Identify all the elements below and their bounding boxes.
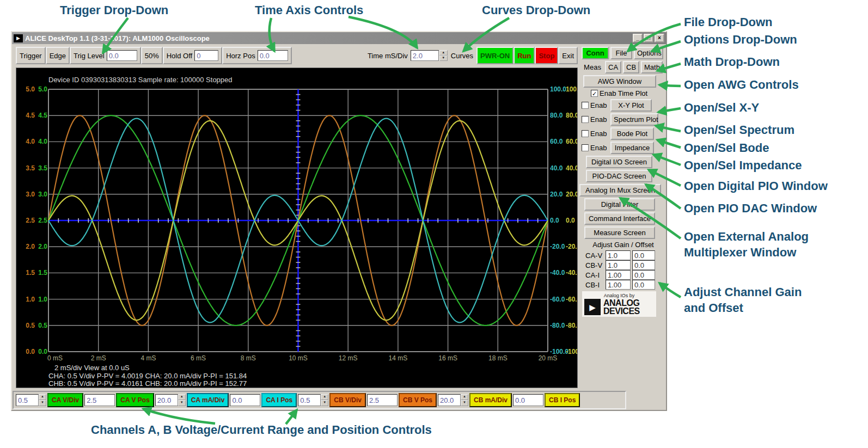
time-axis-tick: 20 mS bbox=[539, 354, 558, 362]
ca-vdiv-range-spinner[interactable]: 0.5▲▼ bbox=[16, 394, 46, 406]
annotation-open-sel-bode: Open/Sel Bode bbox=[684, 140, 769, 156]
enab-time-plot-checkbox[interactable]: ✓ bbox=[591, 90, 598, 97]
cb-v-offset-input[interactable]: 0.0 bbox=[632, 260, 655, 270]
minimize-button[interactable]: _ bbox=[633, 34, 643, 42]
analog-in-mux-screen-button[interactable]: Analog In Mux Screen bbox=[579, 184, 661, 197]
right-axis-cai-tick: 80.0 bbox=[550, 112, 563, 119]
cb-vdiv-range-spinner[interactable]: 0.5▲▼ bbox=[298, 394, 328, 406]
enab-xy-checkbox[interactable] bbox=[582, 102, 589, 109]
curves-dropdown-button[interactable]: Curves bbox=[448, 47, 476, 64]
digital-filter-button[interactable]: Digital Filter bbox=[584, 198, 655, 211]
spectrum-plot-button[interactable]: Spectrum Plot bbox=[610, 113, 658, 126]
cb-vdiv-range-arrows[interactable]: ▲▼ bbox=[321, 394, 328, 406]
cb-vdiv-range[interactable]: 0.5 bbox=[298, 394, 321, 406]
horz-pos-group: Horz Pos 0.0 bbox=[222, 47, 291, 64]
meas-button[interactable]: Meas bbox=[582, 62, 603, 72]
options-dropdown-button[interactable]: Options bbox=[634, 47, 663, 59]
ca-idiv-range-spinner[interactable]: 20.0▲▼ bbox=[155, 394, 186, 406]
right-axis-cbi-tick: 80.0 bbox=[566, 112, 577, 119]
scope-display: Device ID 03930313830313 Sample rate: 10… bbox=[16, 67, 578, 388]
gain-offset-rows: CA-V1.00.0CB-V1.00.0CA-I1.000.0CB-I1.000… bbox=[579, 250, 665, 290]
cb-ipos-button[interactable]: CB I Pos bbox=[545, 393, 580, 407]
ca-vdiv-range[interactable]: 0.5 bbox=[16, 394, 39, 406]
exit-button[interactable]: Exit bbox=[558, 47, 578, 64]
left-axis-cbv-tick: 2.5 bbox=[26, 217, 35, 224]
cb-v-gain-input[interactable]: 1.0 bbox=[606, 260, 631, 270]
awg-window-button[interactable]: AWG Window bbox=[583, 75, 656, 88]
left-axis-cbv-tick: 1.5 bbox=[26, 269, 35, 277]
time-axis-tick: 6 mS bbox=[191, 354, 206, 362]
hold-off-input[interactable]: 0 bbox=[194, 50, 218, 61]
pwr-on-button[interactable]: PWR-ON bbox=[476, 47, 514, 64]
ca-v-gain-input[interactable]: 1.0 bbox=[606, 250, 631, 260]
cb-vpos-value[interactable]: 2.5 bbox=[367, 394, 398, 406]
maximize-button[interactable]: □ bbox=[644, 34, 653, 42]
conn-button[interactable]: Conn bbox=[582, 47, 609, 59]
ca-vpos-value[interactable]: 2.5 bbox=[84, 394, 115, 406]
cb-idiv-range-arrows[interactable]: ▲▼ bbox=[461, 394, 468, 406]
edge-button[interactable]: Edge bbox=[46, 47, 70, 64]
ca-ipos-button[interactable]: CA I Pos bbox=[261, 393, 297, 407]
gain-offset-row-ca-i: CA-I1.000.0 bbox=[579, 270, 665, 280]
enab-impedance-checkbox[interactable] bbox=[582, 144, 589, 151]
gain-row-label: CB-I bbox=[585, 281, 604, 289]
ca-i-gain-input[interactable]: 1.00 bbox=[606, 270, 631, 280]
trigger-dropdown-button[interactable]: Trigger bbox=[16, 47, 46, 64]
time-div-spinner[interactable]: ▲▼ bbox=[439, 50, 448, 61]
enab-spectrum-label: Enab bbox=[590, 115, 609, 124]
file-dropdown-button[interactable]: File bbox=[610, 47, 632, 59]
time-div-input[interactable]: 2.0 bbox=[411, 50, 439, 61]
time-axis-tick: 10 mS bbox=[289, 354, 308, 362]
gain-row-label: CA-I bbox=[585, 271, 604, 279]
command-interface-button[interactable]: Command Interface bbox=[584, 212, 655, 225]
title-bar[interactable]: ▶ ALICE DeskTop 1.1 (3-31-2017): ALM1000… bbox=[12, 32, 666, 44]
pio-dac-screen-button[interactable]: PIO-DAC Screen bbox=[586, 170, 652, 182]
horz-pos-input[interactable]: 0.0 bbox=[258, 50, 288, 61]
ca-ipos-value[interactable]: 0.0 bbox=[230, 394, 260, 406]
measure-screen-button[interactable]: Measure Screen bbox=[584, 226, 655, 239]
adi-word-devices: DEVICES bbox=[603, 307, 640, 315]
impedance-button[interactable]: Impedance bbox=[610, 142, 654, 154]
right-axis-cbi-tick: 20.0 bbox=[566, 191, 577, 198]
ca-i-offset-input[interactable]: 0.0 bbox=[632, 270, 655, 280]
ca-v-offset-input[interactable]: 0.0 bbox=[632, 250, 655, 260]
annotation-open-sel-x-y: Open/Sel X-Y bbox=[684, 100, 759, 115]
app-icon: ▶ bbox=[14, 34, 23, 42]
left-axis-cav-tick: 5.0 bbox=[38, 85, 47, 93]
cb-idiv-range[interactable]: 20.0 bbox=[438, 394, 461, 406]
stop-button[interactable]: Stop bbox=[535, 47, 558, 64]
cb-tab-button[interactable]: CB bbox=[623, 61, 639, 73]
ca-idiv-range[interactable]: 20.0 bbox=[155, 394, 178, 406]
enab-spectrum-checkbox[interactable] bbox=[582, 116, 589, 123]
math-dropdown-button[interactable]: Math bbox=[641, 61, 663, 73]
cb-vpos-button[interactable]: CB V Pos bbox=[399, 393, 437, 407]
fifty-percent-button[interactable]: 50% bbox=[141, 47, 163, 64]
ca-idiv-range-arrows[interactable]: ▲▼ bbox=[178, 394, 186, 406]
gain-offset-row-cb-v: CB-V1.00.0 bbox=[579, 260, 665, 270]
cb-idiv-range-spinner[interactable]: 20.0▲▼ bbox=[438, 394, 468, 406]
ca-idiv-button[interactable]: CA mA/Div bbox=[187, 393, 229, 407]
trig-level-group: Trig Level 0.0 bbox=[70, 47, 141, 64]
enab-bode-checkbox[interactable] bbox=[582, 130, 589, 137]
ca-vpos-button[interactable]: CA V Pos bbox=[116, 393, 154, 407]
close-button[interactable]: × bbox=[655, 34, 664, 42]
trig-level-input[interactable]: 0.0 bbox=[107, 50, 137, 61]
cb-i-gain-input[interactable]: 1.00 bbox=[606, 280, 631, 290]
xy-plot-button[interactable]: X-Y Plot bbox=[610, 99, 652, 112]
run-button[interactable]: Run bbox=[514, 47, 535, 64]
digital-io-screen-button[interactable]: Digital I/O Screen bbox=[586, 156, 652, 168]
readout-chb: CHB: 0.5 V/div P-PV = 4.0161 CHB: 20.0 m… bbox=[48, 379, 247, 388]
bode-plot-button[interactable]: Bode Plot bbox=[610, 127, 654, 140]
ca-vdiv-range-arrows[interactable]: ▲▼ bbox=[39, 394, 46, 406]
cb-vdiv-button[interactable]: CB V/Div bbox=[329, 393, 366, 407]
annotation-adjust-channel-gain: Adjust Channel Gain and Offset bbox=[684, 284, 802, 316]
cb-i-offset-input[interactable]: 0.0 bbox=[632, 280, 655, 290]
ca-vdiv-button[interactable]: CA V/Div bbox=[47, 393, 83, 407]
cb-idiv-button[interactable]: CB mA/Div bbox=[469, 393, 512, 407]
enab-impedance-label: Enab bbox=[590, 144, 609, 152]
cb-ipos-value[interactable]: 0.0 bbox=[513, 394, 543, 406]
horz-pos-label: Horz Pos bbox=[226, 52, 255, 60]
ca-tab-button[interactable]: CA bbox=[605, 61, 621, 73]
annotation-options-drop-down: Options Drop-Down bbox=[684, 32, 797, 47]
annotation-open-digital-pio-window: Open Digital PIO Window bbox=[684, 178, 828, 194]
